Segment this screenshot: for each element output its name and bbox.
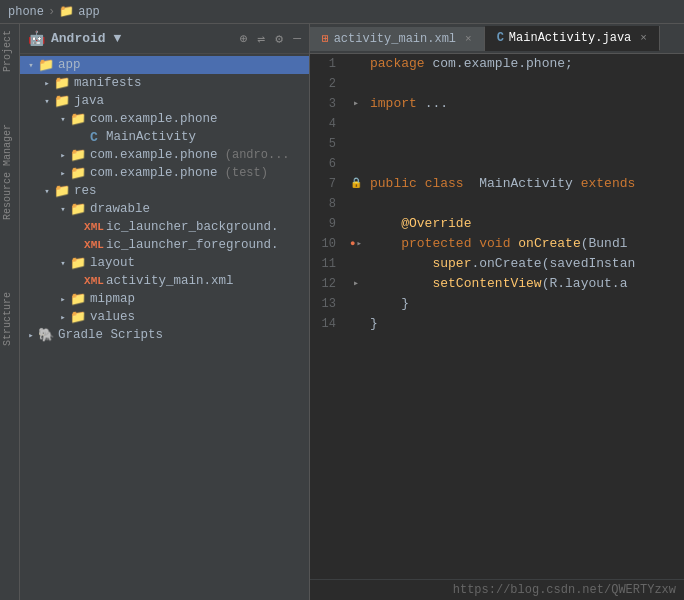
gutter-12[interactable]: ▸ bbox=[346, 274, 366, 294]
tree-label-com-android-suffix: (andro... bbox=[218, 148, 290, 162]
line-content-10: protected void onCreate(Bundl bbox=[366, 234, 684, 254]
breadcrumb-phone[interactable]: phone bbox=[8, 5, 44, 19]
line-content-9: @Override bbox=[366, 214, 684, 234]
line-num-2: 2 bbox=[310, 74, 346, 94]
sync-icon[interactable]: ⇌ bbox=[258, 31, 266, 47]
tree-arrow-mipmap[interactable] bbox=[56, 292, 70, 306]
tree-item-gradle-scripts[interactable]: 🐘 Gradle Scripts bbox=[20, 326, 309, 344]
gradle-icon: 🐘 bbox=[38, 328, 54, 342]
tree-arrow-com-test[interactable] bbox=[56, 166, 70, 180]
resource-manager-tab-strip[interactable]: Resource Manager bbox=[0, 118, 19, 226]
line-num-6: 6 bbox=[310, 154, 346, 174]
tree-label-com-example-phone: com.example.phone bbox=[90, 112, 218, 126]
minimize-icon[interactable]: — bbox=[293, 31, 301, 46]
tree-arrow-layout[interactable] bbox=[56, 256, 70, 270]
line-num-12: 12 bbox=[310, 274, 346, 294]
gutter-7: 🔒 bbox=[346, 174, 366, 194]
watermark: https://blog.csdn.net/QWERTYzxw bbox=[310, 579, 684, 600]
project-panel-header: 🤖 Android ▼ ⊕ ⇌ ⚙ — bbox=[20, 24, 309, 54]
code-line-14: 14 } bbox=[310, 314, 684, 334]
line-num-10: 10 bbox=[310, 234, 346, 254]
tab-mainactivity-java[interactable]: C MainActivity.java × bbox=[485, 26, 660, 51]
line-num-3: 3 bbox=[310, 94, 346, 114]
breadcrumb-app[interactable]: app bbox=[78, 5, 100, 19]
tab-label-mainactivity: MainActivity.java bbox=[509, 31, 631, 45]
tree-arrow-values[interactable] bbox=[56, 310, 70, 324]
breadcrumb: phone › 📁 app bbox=[0, 0, 684, 24]
code-line-10: 10 ● ▸ protected void onCreate(Bundl bbox=[310, 234, 684, 254]
line-num-4: 4 bbox=[310, 114, 346, 134]
line-content-1: package com.example.phone; bbox=[366, 54, 684, 74]
tab-close-mainactivity[interactable]: × bbox=[640, 32, 647, 44]
tree-item-com-example-phone-test[interactable]: 📁 com.example.phone (test) bbox=[20, 164, 309, 182]
tab-label-activity-main: activity_main.xml bbox=[334, 32, 456, 46]
tree-label-mainactivity: MainActivity bbox=[106, 130, 196, 144]
code-editor[interactable]: 1 package com.example.phone; 2 3 ▸ impor… bbox=[310, 54, 684, 579]
tree-arrow-java[interactable] bbox=[40, 94, 54, 108]
folder-icon-mipmap: 📁 bbox=[70, 292, 86, 306]
editor-tabs: ⊞ activity_main.xml × C MainActivity.jav… bbox=[310, 24, 684, 54]
line-num-11: 11 bbox=[310, 254, 346, 274]
tree-item-mipmap[interactable]: 📁 mipmap bbox=[20, 290, 309, 308]
gear-icon[interactable]: ⚙ bbox=[275, 31, 283, 47]
tree-arrow-com-example-phone[interactable] bbox=[56, 112, 70, 126]
add-icon[interactable]: ⊕ bbox=[240, 31, 248, 47]
tree-label-ic-launcher-bg: ic_launcher_background. bbox=[106, 220, 279, 234]
tree-item-app[interactable]: 📁 app bbox=[20, 56, 309, 74]
line-content-3: import ... bbox=[366, 94, 684, 114]
tree-item-java[interactable]: 📁 java bbox=[20, 92, 309, 110]
tree-label-com-android: com.example.phone bbox=[90, 148, 218, 162]
tab-java-icon: C bbox=[497, 31, 504, 45]
code-line-6: 6 bbox=[310, 154, 684, 174]
tree-item-com-example-phone[interactable]: 📁 com.example.phone bbox=[20, 110, 309, 128]
gutter-10[interactable]: ● ▸ bbox=[346, 234, 366, 254]
tree-item-layout[interactable]: 📁 layout bbox=[20, 254, 309, 272]
tree-arrow-res[interactable] bbox=[40, 184, 54, 198]
tree-label-layout: layout bbox=[90, 256, 135, 270]
folder-icon-res: 📁 bbox=[54, 184, 70, 198]
folder-icon-com-test: 📁 bbox=[70, 166, 86, 180]
tree-item-values[interactable]: 📁 values bbox=[20, 308, 309, 326]
tree-arrow-app[interactable] bbox=[24, 58, 38, 72]
tree-item-com-example-phone-android[interactable]: 📁 com.example.phone (andro... bbox=[20, 146, 309, 164]
folder-icon-com-example-phone: 📁 bbox=[70, 112, 86, 126]
code-line-12: 12 ▸ setContentView(R.layout.a bbox=[310, 274, 684, 294]
code-line-3: 3 ▸ import ... bbox=[310, 94, 684, 114]
tree-label-java: java bbox=[74, 94, 104, 108]
code-line-8: 8 bbox=[310, 194, 684, 214]
tree-item-ic-launcher-fg[interactable]: XML ic_launcher_foreground. bbox=[20, 236, 309, 254]
line-num-13: 13 bbox=[310, 294, 346, 314]
breadcrumb-folder-icon: 📁 bbox=[59, 4, 74, 19]
line-content-14: } bbox=[366, 314, 684, 334]
tree-label-mipmap: mipmap bbox=[90, 292, 135, 306]
tree-item-ic-launcher-bg[interactable]: XML ic_launcher_background. bbox=[20, 218, 309, 236]
tree-item-res[interactable]: 📁 res bbox=[20, 182, 309, 200]
code-line-9: 9 @Override bbox=[310, 214, 684, 234]
tab-activity-main-xml[interactable]: ⊞ activity_main.xml × bbox=[310, 27, 485, 51]
folder-icon-values: 📁 bbox=[70, 310, 86, 324]
code-line-2: 2 bbox=[310, 74, 684, 94]
editor-area: ⊞ activity_main.xml × C MainActivity.jav… bbox=[310, 24, 684, 600]
tree-item-drawable[interactable]: 📁 drawable bbox=[20, 200, 309, 218]
tree-item-activity-main-xml[interactable]: XML activity_main.xml bbox=[20, 272, 309, 290]
line-num-8: 8 bbox=[310, 194, 346, 214]
tree-item-manifests[interactable]: 📁 manifests bbox=[20, 74, 309, 92]
tree-label-com-test: com.example.phone bbox=[90, 166, 218, 180]
line-num-14: 14 bbox=[310, 314, 346, 334]
tab-close-activity-main[interactable]: × bbox=[465, 33, 472, 45]
tree-arrow-gradle[interactable] bbox=[24, 328, 38, 342]
tree-label-com-test-suffix: (test) bbox=[218, 166, 268, 180]
folder-icon-java: 📁 bbox=[54, 94, 70, 108]
gutter-3[interactable]: ▸ bbox=[346, 94, 366, 114]
structure-tab-strip[interactable]: Structure bbox=[0, 286, 19, 352]
line-num-7: 7 bbox=[310, 174, 346, 194]
tree-arrow-com-android[interactable] bbox=[56, 148, 70, 162]
android-dropdown-label[interactable]: Android ▼ bbox=[51, 31, 121, 46]
breadcrumb-separator: › bbox=[48, 5, 55, 19]
tree-arrow-manifests[interactable] bbox=[40, 76, 54, 90]
tree-label-gradle: Gradle Scripts bbox=[58, 328, 163, 342]
tree-item-mainactivity[interactable]: C MainActivity bbox=[20, 128, 309, 146]
tree-arrow-drawable[interactable] bbox=[56, 202, 70, 216]
tree-label-values: values bbox=[90, 310, 135, 324]
project-tab-strip[interactable]: Project bbox=[0, 24, 19, 78]
